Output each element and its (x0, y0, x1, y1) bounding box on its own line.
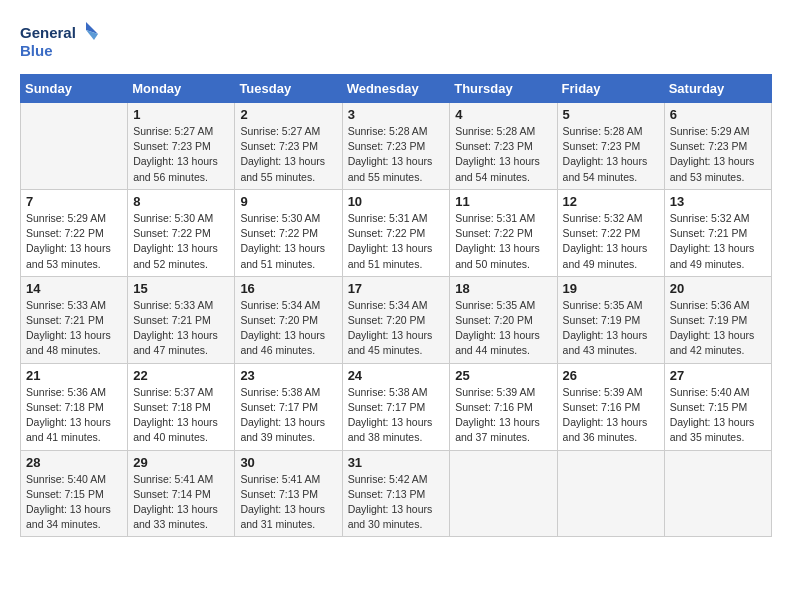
day-number: 4 (455, 107, 551, 122)
day-info: Sunrise: 5:38 AMSunset: 7:17 PMDaylight:… (348, 385, 445, 446)
calendar-cell: 2Sunrise: 5:27 AMSunset: 7:23 PMDaylight… (235, 103, 342, 190)
day-number: 20 (670, 281, 766, 296)
calendar-cell: 15Sunrise: 5:33 AMSunset: 7:21 PMDayligh… (128, 276, 235, 363)
calendar-cell: 5Sunrise: 5:28 AMSunset: 7:23 PMDaylight… (557, 103, 664, 190)
day-info: Sunrise: 5:35 AMSunset: 7:20 PMDaylight:… (455, 298, 551, 359)
column-header-wednesday: Wednesday (342, 75, 450, 103)
calendar-cell (450, 450, 557, 537)
calendar-cell: 17Sunrise: 5:34 AMSunset: 7:20 PMDayligh… (342, 276, 450, 363)
calendar-cell: 23Sunrise: 5:38 AMSunset: 7:17 PMDayligh… (235, 363, 342, 450)
calendar-cell: 18Sunrise: 5:35 AMSunset: 7:20 PMDayligh… (450, 276, 557, 363)
day-info: Sunrise: 5:30 AMSunset: 7:22 PMDaylight:… (240, 211, 336, 272)
day-number: 28 (26, 455, 122, 470)
calendar-cell: 19Sunrise: 5:35 AMSunset: 7:19 PMDayligh… (557, 276, 664, 363)
day-info: Sunrise: 5:39 AMSunset: 7:16 PMDaylight:… (455, 385, 551, 446)
calendar-cell: 28Sunrise: 5:40 AMSunset: 7:15 PMDayligh… (21, 450, 128, 537)
day-number: 10 (348, 194, 445, 209)
day-info: Sunrise: 5:27 AMSunset: 7:23 PMDaylight:… (240, 124, 336, 185)
calendar-cell: 8Sunrise: 5:30 AMSunset: 7:22 PMDaylight… (128, 189, 235, 276)
day-info: Sunrise: 5:41 AMSunset: 7:13 PMDaylight:… (240, 472, 336, 533)
calendar-cell: 29Sunrise: 5:41 AMSunset: 7:14 PMDayligh… (128, 450, 235, 537)
day-number: 18 (455, 281, 551, 296)
day-number: 31 (348, 455, 445, 470)
calendar-cell: 31Sunrise: 5:42 AMSunset: 7:13 PMDayligh… (342, 450, 450, 537)
calendar-cell: 26Sunrise: 5:39 AMSunset: 7:16 PMDayligh… (557, 363, 664, 450)
calendar-cell: 21Sunrise: 5:36 AMSunset: 7:18 PMDayligh… (21, 363, 128, 450)
day-info: Sunrise: 5:37 AMSunset: 7:18 PMDaylight:… (133, 385, 229, 446)
day-number: 29 (133, 455, 229, 470)
column-header-saturday: Saturday (664, 75, 771, 103)
calendar-cell: 10Sunrise: 5:31 AMSunset: 7:22 PMDayligh… (342, 189, 450, 276)
logo-svg: General Blue (20, 20, 100, 64)
calendar-cell: 13Sunrise: 5:32 AMSunset: 7:21 PMDayligh… (664, 189, 771, 276)
day-info: Sunrise: 5:31 AMSunset: 7:22 PMDaylight:… (348, 211, 445, 272)
calendar-cell: 24Sunrise: 5:38 AMSunset: 7:17 PMDayligh… (342, 363, 450, 450)
calendar-cell: 16Sunrise: 5:34 AMSunset: 7:20 PMDayligh… (235, 276, 342, 363)
day-number: 26 (563, 368, 659, 383)
calendar-cell: 9Sunrise: 5:30 AMSunset: 7:22 PMDaylight… (235, 189, 342, 276)
day-number: 23 (240, 368, 336, 383)
day-number: 2 (240, 107, 336, 122)
day-number: 14 (26, 281, 122, 296)
calendar-cell: 14Sunrise: 5:33 AMSunset: 7:21 PMDayligh… (21, 276, 128, 363)
calendar-cell: 1Sunrise: 5:27 AMSunset: 7:23 PMDaylight… (128, 103, 235, 190)
calendar-cell: 27Sunrise: 5:40 AMSunset: 7:15 PMDayligh… (664, 363, 771, 450)
day-info: Sunrise: 5:32 AMSunset: 7:21 PMDaylight:… (670, 211, 766, 272)
day-number: 15 (133, 281, 229, 296)
calendar-cell: 22Sunrise: 5:37 AMSunset: 7:18 PMDayligh… (128, 363, 235, 450)
calendar-cell: 11Sunrise: 5:31 AMSunset: 7:22 PMDayligh… (450, 189, 557, 276)
day-number: 16 (240, 281, 336, 296)
day-info: Sunrise: 5:40 AMSunset: 7:15 PMDaylight:… (26, 472, 122, 533)
column-header-thursday: Thursday (450, 75, 557, 103)
day-info: Sunrise: 5:32 AMSunset: 7:22 PMDaylight:… (563, 211, 659, 272)
day-number: 7 (26, 194, 122, 209)
day-info: Sunrise: 5:27 AMSunset: 7:23 PMDaylight:… (133, 124, 229, 185)
day-number: 17 (348, 281, 445, 296)
day-number: 30 (240, 455, 336, 470)
day-number: 22 (133, 368, 229, 383)
day-number: 25 (455, 368, 551, 383)
calendar-cell (21, 103, 128, 190)
calendar-cell (557, 450, 664, 537)
column-header-friday: Friday (557, 75, 664, 103)
column-header-tuesday: Tuesday (235, 75, 342, 103)
day-info: Sunrise: 5:35 AMSunset: 7:19 PMDaylight:… (563, 298, 659, 359)
calendar-cell: 6Sunrise: 5:29 AMSunset: 7:23 PMDaylight… (664, 103, 771, 190)
day-number: 8 (133, 194, 229, 209)
calendar-cell: 12Sunrise: 5:32 AMSunset: 7:22 PMDayligh… (557, 189, 664, 276)
day-number: 11 (455, 194, 551, 209)
day-info: Sunrise: 5:34 AMSunset: 7:20 PMDaylight:… (348, 298, 445, 359)
day-number: 9 (240, 194, 336, 209)
day-info: Sunrise: 5:31 AMSunset: 7:22 PMDaylight:… (455, 211, 551, 272)
day-number: 3 (348, 107, 445, 122)
day-info: Sunrise: 5:28 AMSunset: 7:23 PMDaylight:… (455, 124, 551, 185)
calendar-cell: 4Sunrise: 5:28 AMSunset: 7:23 PMDaylight… (450, 103, 557, 190)
calendar-cell: 30Sunrise: 5:41 AMSunset: 7:13 PMDayligh… (235, 450, 342, 537)
day-number: 24 (348, 368, 445, 383)
svg-text:Blue: Blue (20, 42, 53, 59)
day-info: Sunrise: 5:42 AMSunset: 7:13 PMDaylight:… (348, 472, 445, 533)
day-number: 6 (670, 107, 766, 122)
day-info: Sunrise: 5:41 AMSunset: 7:14 PMDaylight:… (133, 472, 229, 533)
page-header: General Blue (20, 20, 772, 64)
svg-text:General: General (20, 24, 76, 41)
calendar-cell: 25Sunrise: 5:39 AMSunset: 7:16 PMDayligh… (450, 363, 557, 450)
column-header-monday: Monday (128, 75, 235, 103)
day-number: 21 (26, 368, 122, 383)
day-info: Sunrise: 5:36 AMSunset: 7:18 PMDaylight:… (26, 385, 122, 446)
calendar-cell: 3Sunrise: 5:28 AMSunset: 7:23 PMDaylight… (342, 103, 450, 190)
day-number: 12 (563, 194, 659, 209)
day-info: Sunrise: 5:28 AMSunset: 7:23 PMDaylight:… (563, 124, 659, 185)
day-number: 19 (563, 281, 659, 296)
day-info: Sunrise: 5:29 AMSunset: 7:22 PMDaylight:… (26, 211, 122, 272)
calendar-cell (664, 450, 771, 537)
day-info: Sunrise: 5:38 AMSunset: 7:17 PMDaylight:… (240, 385, 336, 446)
day-number: 27 (670, 368, 766, 383)
day-number: 5 (563, 107, 659, 122)
day-info: Sunrise: 5:39 AMSunset: 7:16 PMDaylight:… (563, 385, 659, 446)
day-info: Sunrise: 5:34 AMSunset: 7:20 PMDaylight:… (240, 298, 336, 359)
day-info: Sunrise: 5:40 AMSunset: 7:15 PMDaylight:… (670, 385, 766, 446)
day-info: Sunrise: 5:33 AMSunset: 7:21 PMDaylight:… (133, 298, 229, 359)
day-info: Sunrise: 5:33 AMSunset: 7:21 PMDaylight:… (26, 298, 122, 359)
logo: General Blue (20, 20, 100, 64)
